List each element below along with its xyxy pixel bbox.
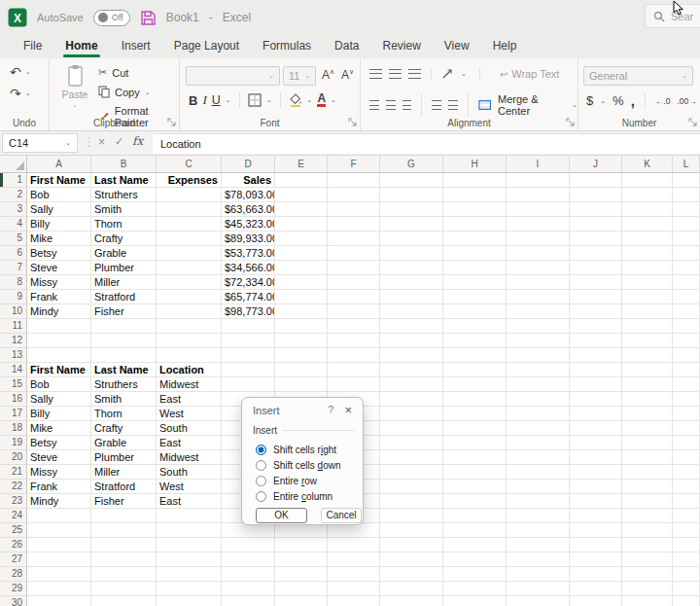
cell-G20[interactable] <box>380 450 443 465</box>
cell-G28[interactable] <box>380 567 443 582</box>
cell-G12[interactable] <box>380 334 443 348</box>
column-header-A[interactable]: A <box>27 156 91 173</box>
cell-C4[interactable] <box>157 217 222 232</box>
cell-J18[interactable] <box>570 421 622 436</box>
undo-button[interactable]: ↶ ⌄ <box>10 64 31 80</box>
cell-B13[interactable] <box>91 348 157 363</box>
cell-J5[interactable] <box>570 232 622 246</box>
cell-A16[interactable]: Sally <box>27 392 91 407</box>
cell-H5[interactable] <box>443 232 507 246</box>
chevron-down-icon[interactable]: ⌄ <box>65 139 71 147</box>
cell-H22[interactable] <box>443 480 507 494</box>
cell-L6[interactable] <box>673 246 700 261</box>
tab-file[interactable]: File <box>12 35 53 58</box>
cell-A13[interactable] <box>27 348 91 363</box>
chevron-down-icon[interactable]: ⌄ <box>307 96 313 104</box>
cell-A19[interactable]: Betsy <box>27 436 91 450</box>
cell-C13[interactable] <box>157 348 222 363</box>
cell-K13[interactable] <box>622 348 673 363</box>
resize-dots-icon[interactable]: ⋮ <box>84 135 95 149</box>
cell-A24[interactable] <box>27 509 91 523</box>
cell-L30[interactable] <box>673 596 700 606</box>
cell-F25[interactable] <box>328 523 380 538</box>
row-header-12[interactable]: 12 <box>0 334 27 348</box>
cell-C25[interactable] <box>157 523 222 538</box>
alignment-dialog-launcher-icon[interactable] <box>566 118 575 126</box>
cell-C2[interactable] <box>157 188 222 202</box>
cell-L9[interactable] <box>673 290 700 304</box>
cell-F4[interactable] <box>328 217 380 232</box>
cell-A2[interactable]: Bob <box>27 188 91 202</box>
cell-E2[interactable] <box>275 188 328 202</box>
cell-K4[interactable] <box>622 217 673 232</box>
cell-I23[interactable] <box>507 494 570 509</box>
cell-I25[interactable] <box>507 523 570 538</box>
cell-K22[interactable] <box>622 480 673 494</box>
cell-C22[interactable]: West <box>157 480 222 494</box>
cell-J19[interactable] <box>570 436 622 450</box>
cell-D8[interactable]: $72,334.00 <box>222 275 275 290</box>
cell-C16[interactable]: East <box>157 392 222 407</box>
cell-A4[interactable]: Billy <box>27 217 91 232</box>
cell-C5[interactable] <box>157 232 222 246</box>
row-header-24[interactable]: 24 <box>0 509 27 523</box>
cell-E14[interactable] <box>275 363 328 377</box>
cell-B11[interactable] <box>91 319 157 334</box>
cell-L20[interactable] <box>673 450 700 465</box>
cell-A29[interactable] <box>27 582 91 596</box>
cell-J26[interactable] <box>570 538 622 553</box>
cell-H2[interactable] <box>443 188 507 202</box>
cell-H17[interactable] <box>443 407 507 421</box>
column-header-K[interactable]: K <box>622 156 673 173</box>
cell-B5[interactable]: Crafty <box>91 232 157 246</box>
cell-H29[interactable] <box>443 582 507 596</box>
cell-H19[interactable] <box>443 436 507 450</box>
cell-G19[interactable] <box>380 436 443 450</box>
cell-L24[interactable] <box>673 509 700 523</box>
chevron-down-icon[interactable]: ⌄ <box>266 96 272 104</box>
align-top-icon[interactable] <box>369 69 382 79</box>
cell-L22[interactable] <box>673 480 700 494</box>
cell-I18[interactable] <box>507 421 570 436</box>
chevron-down-icon[interactable]: ⌄ <box>331 96 336 104</box>
cell-C9[interactable] <box>157 290 222 304</box>
formula-input[interactable]: Location <box>153 133 700 154</box>
cell-K2[interactable] <box>622 188 673 202</box>
cell-F10[interactable] <box>328 304 380 319</box>
cell-G10[interactable] <box>380 304 443 319</box>
chevron-down-icon[interactable]: ⌄ <box>572 101 578 109</box>
cell-H21[interactable] <box>443 465 507 480</box>
cell-I8[interactable] <box>507 275 570 290</box>
cell-G26[interactable] <box>380 538 443 553</box>
row-header-23[interactable]: 23 <box>0 494 27 509</box>
tab-review[interactable]: Review <box>370 35 432 58</box>
cell-B7[interactable]: Plumber <box>91 261 157 275</box>
increase-decimal-button[interactable]: ←.0 <box>655 96 671 106</box>
row-header-19[interactable]: 19 <box>0 436 27 450</box>
cell-E10[interactable] <box>275 304 328 319</box>
row-header-16[interactable]: 16 <box>0 392 27 407</box>
cell-H15[interactable] <box>443 377 507 392</box>
cell-L26[interactable] <box>673 538 700 553</box>
cell-A14[interactable]: First Name <box>27 363 91 377</box>
cell-C15[interactable]: Midwest <box>157 377 222 392</box>
cancel-button[interactable]: Cancel <box>321 508 362 523</box>
cell-J30[interactable] <box>570 596 622 606</box>
copy-button[interactable]: Copy ⌄ <box>98 86 179 98</box>
cell-L7[interactable] <box>673 261 700 275</box>
cell-K9[interactable] <box>622 290 673 304</box>
cell-D25[interactable] <box>222 523 275 538</box>
cell-C18[interactable]: South <box>157 421 222 436</box>
cell-F28[interactable] <box>328 567 380 582</box>
cell-H26[interactable] <box>443 538 507 553</box>
cell-B6[interactable]: Grable <box>91 246 157 261</box>
cell-J28[interactable] <box>570 567 622 582</box>
cell-B9[interactable]: Stratford <box>91 290 157 304</box>
cell-H13[interactable] <box>443 348 507 363</box>
cell-K30[interactable] <box>622 596 673 606</box>
cell-H10[interactable] <box>443 304 507 319</box>
cell-K3[interactable] <box>622 202 673 217</box>
cell-B27[interactable] <box>91 553 157 567</box>
cell-J29[interactable] <box>570 582 622 596</box>
cell-G30[interactable] <box>380 596 443 606</box>
